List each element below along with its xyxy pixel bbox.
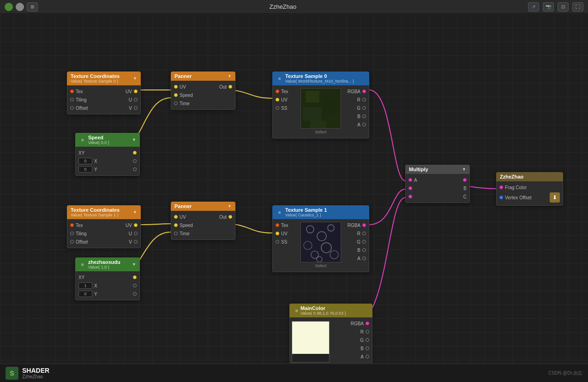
port-mult-c-in: [408, 195, 412, 198]
shader-sub: ZzheZhao: [22, 374, 49, 379]
main-color-menu[interactable]: ≡: [293, 307, 300, 314]
port-mult-b-in: [408, 186, 412, 190]
ts0-row-r: R: [342, 96, 369, 104]
tex-sample-1-menu[interactable]: ≡: [276, 209, 283, 216]
share-button[interactable]: ↗: [528, 2, 539, 12]
node-header-result[interactable]: ZzheZhao: [496, 172, 563, 181]
svg-rect-5: [310, 121, 326, 129]
zhezhaosudu-row-y: Y: [76, 290, 139, 298]
svg-rect-6: [301, 222, 341, 263]
top-bar-right: ↗ 📷 ⊡ ⛶: [528, 2, 583, 12]
port-ts1-r-out: [362, 232, 366, 235]
port-p1-out: [228, 85, 232, 89]
ts0-row-a: A: [342, 120, 369, 129]
port-p2-out: [228, 215, 232, 219]
zhezhaosudu-arrow[interactable]: ▼: [132, 262, 136, 267]
tex-coord-2-arrow[interactable]: ▼: [133, 210, 137, 215]
mc-row-a: A: [331, 352, 372, 361]
node-header-panner-1[interactable]: Panner ▼: [171, 72, 235, 81]
port-p1-speed-in: [174, 93, 178, 97]
speed-sub: Value( 0,0 ): [88, 140, 130, 145]
node-header-tex-coord-2[interactable]: Texture Coordinates Value( Texture Sampl…: [67, 205, 141, 219]
main-color-body: RGBA R G B A: [289, 317, 372, 367]
bottom-bar: S SHADER ZzheZhao CSDN @Dr.勿忘: [0, 364, 588, 382]
result-row-vertex: Vertex Offset ⬇: [497, 191, 563, 203]
port-tc2-u-out: [134, 232, 138, 235]
port-mc-g-out: [366, 338, 369, 342]
ts1-row-uv: UV: [273, 229, 300, 238]
panner-1-arrow[interactable]: ▼: [228, 74, 232, 78]
node-zhezhaosudu: ≡ zhezhaosudu Value( 1,0 ) ▼ XY X: [75, 257, 140, 300]
port-p2-speed-in: [174, 223, 178, 227]
expand-button[interactable]: ⊡: [558, 2, 569, 12]
mc-row-rgba: RGBA: [331, 319, 372, 328]
green-circle: [5, 3, 13, 11]
speed-arrow[interactable]: ▼: [132, 137, 136, 142]
fullscreen-button[interactable]: ⛶: [572, 2, 583, 12]
port-mc-a-out: [366, 355, 369, 358]
panner-1-row-speed: Speed: [171, 91, 235, 99]
speed-y-input[interactable]: [78, 166, 92, 173]
panner-2-arrow[interactable]: ▼: [228, 204, 232, 209]
panner-2-title: Panner: [174, 203, 192, 209]
tex-coord-1-arrow[interactable]: ▼: [133, 76, 137, 81]
gray-circle: [16, 3, 24, 11]
node-header-multiply[interactable]: Multiply ▼: [405, 165, 470, 174]
zhezhaosudu-y-input[interactable]: [78, 291, 92, 297]
port-result-frag-in: [499, 185, 503, 189]
port-ts1-rgba-out: [362, 223, 366, 227]
ts1-row-b: B: [342, 246, 369, 254]
tex-coord-1-sub: Value( Texture Sample 0 ): [71, 79, 120, 84]
port-tex-out: [70, 90, 74, 93]
ts0-row-rgba: RGBA: [342, 87, 369, 96]
port-ts0-r-out: [362, 98, 366, 101]
zhezhaosudu-body: XY X Y: [75, 271, 140, 300]
zhezhaosudu-menu-btn[interactable]: ≡: [79, 261, 86, 268]
multiply-row-a: A: [406, 176, 469, 184]
tex-sample-0-menu[interactable]: ≡: [276, 75, 283, 82]
node-header-tex-sample-0[interactable]: ≡ Texture Sample 0 Value( WorldTexture_M…: [272, 72, 369, 85]
port-u-out: [134, 98, 138, 101]
speed-body: XY X Y: [75, 147, 140, 176]
panner-1-body: UV Out Speed Time: [171, 81, 235, 110]
speed-menu-btn[interactable]: ≡: [79, 136, 86, 143]
port-mc-b-out: [366, 346, 369, 350]
ts0-row-tex: Tex: [273, 87, 300, 96]
node-multiply: Multiply ▼ A B C: [405, 165, 470, 203]
node-header-speed[interactable]: ≡ Speed Value( 0,0 ) ▼: [75, 133, 140, 147]
port-mc-r-out: [366, 330, 369, 334]
download-icon[interactable]: ⬇: [550, 192, 560, 203]
node-header-tex-coord-1[interactable]: Texture Coordinates Value( Texture Sampl…: [67, 72, 141, 85]
port-uv-out: [134, 90, 138, 93]
tex-coord-2-row-tiling: Tiling U: [67, 229, 140, 238]
port-p1-time-in: [174, 101, 178, 105]
node-header-zhezhaosudu[interactable]: ≡ zhezhaosudu Value( 1,0 ) ▼: [75, 257, 140, 271]
tex-coord-2-row-tex: Tex UV: [67, 221, 140, 229]
node-header-panner-2[interactable]: Panner ▼: [171, 202, 235, 211]
port-speed-xy: [133, 151, 137, 155]
zhezhaosudu-x-input[interactable]: [78, 282, 92, 289]
node-header-tex-sample-1[interactable]: ≡ Texture Sample 1 Value( Caustics_1 ): [272, 205, 369, 219]
tex-coord-1-row-tiling: Tiling U: [67, 96, 140, 104]
tex-coord-2-title: Texture Coordinates: [71, 207, 120, 213]
main-color-sub: Value( 0.98,1,0.76,0.53 ): [300, 311, 369, 316]
grid-button[interactable]: ⊞: [27, 2, 38, 12]
result-body: Frag Color Vertex Offset ⬇: [496, 181, 563, 206]
svg-rect-1: [306, 91, 319, 102]
multiply-arrow[interactable]: ▼: [462, 167, 466, 172]
node-tex-coord-1: Texture Coordinates Value( Texture Sampl…: [67, 72, 141, 114]
camera-button[interactable]: 📷: [543, 2, 554, 12]
node-main-color: ≡ MainColor Value( 0.98,1,0.76,0.53 ) RG…: [289, 304, 372, 367]
select-button-1[interactable]: Select: [315, 263, 326, 269]
zhezhaosudu-sub: Value( 1,0 ): [88, 265, 130, 269]
node-header-main-color[interactable]: ≡ MainColor Value( 0.98,1,0.76,0.53 ): [289, 304, 372, 317]
speed-row-y: Y: [76, 165, 139, 173]
shader-label: SHADER: [22, 367, 49, 374]
port-ts1-ss-in: [276, 240, 279, 244]
select-button-0[interactable]: Select: [315, 129, 326, 135]
port-ts1-uv-in: [276, 232, 279, 235]
result-title: ZzheZhao: [500, 174, 523, 179]
speed-x-input[interactable]: [78, 158, 92, 164]
color-preview: [290, 319, 331, 364]
ts0-row-ss: SS: [273, 104, 300, 112]
